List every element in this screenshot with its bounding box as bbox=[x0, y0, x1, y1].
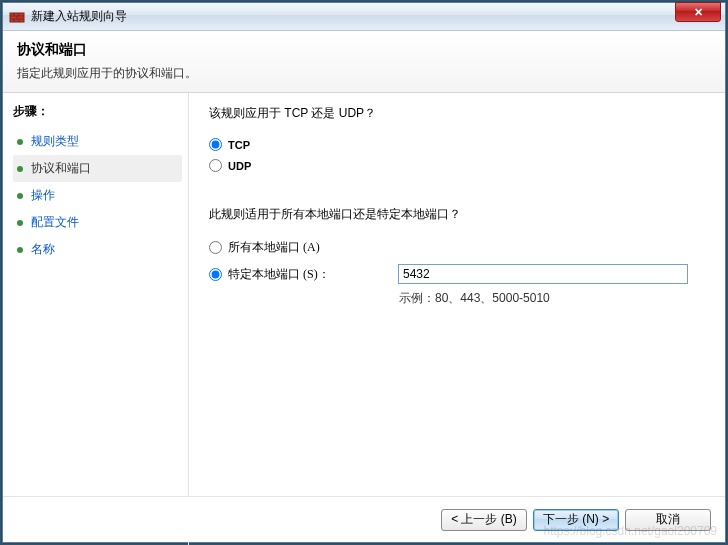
step-protocol-port[interactable]: 协议和端口 bbox=[13, 155, 182, 182]
step-bullet-icon bbox=[17, 166, 23, 172]
content-panel: 该规则应用于 TCP 还是 UDP？ TCP UDP 此规则适用于所有本地端口还… bbox=[189, 93, 725, 545]
wizard-window: 新建入站规则向导 ✕ 协议和端口 指定此规则应用于的协议和端口。 步骤： 规则类… bbox=[2, 2, 726, 543]
radio-all-ports-label[interactable]: 所有本地端口 (A) bbox=[228, 239, 398, 256]
step-label: 规则类型 bbox=[31, 133, 79, 150]
cancel-button[interactable]: 取消 bbox=[625, 509, 711, 531]
step-bullet-icon bbox=[17, 247, 23, 253]
steps-label: 步骤： bbox=[13, 103, 182, 120]
wizard-footer: < 上一步 (B) 下一步 (N) > 取消 bbox=[3, 496, 725, 542]
step-label: 协议和端口 bbox=[31, 160, 91, 177]
radio-tcp-label[interactable]: TCP bbox=[228, 139, 250, 151]
radio-all-ports[interactable] bbox=[209, 241, 222, 254]
port-question: 此规则适用于所有本地端口还是特定本地端口？ bbox=[209, 206, 705, 223]
radio-udp-row: UDP bbox=[209, 159, 705, 172]
step-label: 操作 bbox=[31, 187, 55, 204]
step-rule-type[interactable]: 规则类型 bbox=[13, 128, 182, 155]
protocol-question: 该规则应用于 TCP 还是 UDP？ bbox=[209, 105, 705, 122]
close-icon: ✕ bbox=[694, 6, 703, 19]
step-profile[interactable]: 配置文件 bbox=[13, 209, 182, 236]
titlebar: 新建入站规则向导 ✕ bbox=[3, 3, 725, 31]
radio-udp-label[interactable]: UDP bbox=[228, 160, 251, 172]
steps-panel: 步骤： 规则类型 协议和端口 操作 配置文件 名称 bbox=[3, 93, 189, 545]
port-input[interactable] bbox=[398, 264, 688, 284]
step-bullet-icon bbox=[17, 220, 23, 226]
radio-specific-ports-row: 特定本地端口 (S)： bbox=[209, 264, 705, 284]
step-action[interactable]: 操作 bbox=[13, 182, 182, 209]
step-label: 名称 bbox=[31, 241, 55, 258]
wizard-header: 协议和端口 指定此规则应用于的协议和端口。 bbox=[3, 31, 725, 93]
radio-tcp-row: TCP bbox=[209, 138, 705, 151]
next-button[interactable]: 下一步 (N) > bbox=[533, 509, 619, 531]
next-button-label: 下一步 (N) > bbox=[543, 511, 609, 528]
cancel-button-label: 取消 bbox=[656, 511, 680, 528]
radio-specific-ports-label[interactable]: 特定本地端口 (S)： bbox=[228, 266, 398, 283]
radio-all-ports-row: 所有本地端口 (A) bbox=[209, 239, 705, 256]
step-bullet-icon bbox=[17, 139, 23, 145]
back-button-label: < 上一步 (B) bbox=[451, 511, 517, 528]
page-title: 协议和端口 bbox=[17, 41, 711, 59]
step-name[interactable]: 名称 bbox=[13, 236, 182, 263]
port-example: 示例：80、443、5000-5010 bbox=[399, 290, 705, 307]
window-title: 新建入站规则向导 bbox=[31, 8, 127, 25]
back-button[interactable]: < 上一步 (B) bbox=[441, 509, 527, 531]
radio-tcp[interactable] bbox=[209, 138, 222, 151]
step-label: 配置文件 bbox=[31, 214, 79, 231]
firewall-icon bbox=[9, 9, 25, 25]
radio-specific-ports[interactable] bbox=[209, 268, 222, 281]
radio-udp[interactable] bbox=[209, 159, 222, 172]
page-subtitle: 指定此规则应用于的协议和端口。 bbox=[17, 65, 711, 82]
step-bullet-icon bbox=[17, 193, 23, 199]
close-button[interactable]: ✕ bbox=[675, 2, 721, 22]
wizard-body: 步骤： 规则类型 协议和端口 操作 配置文件 名称 bbox=[3, 93, 725, 545]
